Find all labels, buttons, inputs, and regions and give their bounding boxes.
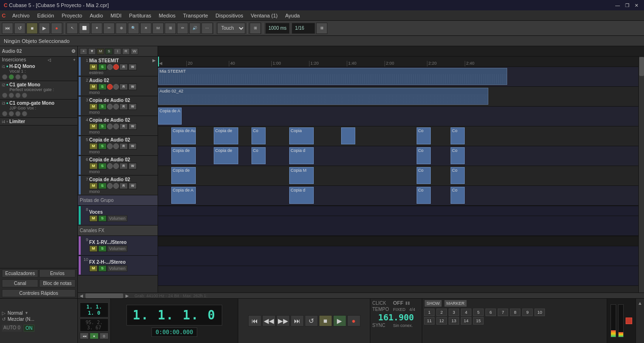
track-3-mon[interactable] xyxy=(107,104,113,109)
clip-7-4[interactable]: Copia d xyxy=(289,187,314,204)
toolbar-zoom-in[interactable]: 🔍 xyxy=(128,23,139,34)
track-8-mute[interactable]: M xyxy=(89,215,98,222)
clip-1-1[interactable]: Mia STEEMIT xyxy=(158,68,507,85)
clip-4-5[interactable] xyxy=(341,127,355,144)
clip-7-7[interactable]: Co xyxy=(451,187,465,204)
transport-record[interactable]: ● xyxy=(347,315,360,326)
plugin-3-p4[interactable] xyxy=(22,111,27,117)
track-1-mute[interactable]: M xyxy=(89,64,98,70)
marker-10[interactable]: 10 xyxy=(535,309,545,316)
close-button[interactable]: ✕ xyxy=(633,1,640,9)
track-s-btn[interactable]: S xyxy=(105,48,113,55)
touch-mode-select[interactable]: Touch xyxy=(217,23,245,34)
track-10-solo[interactable]: S xyxy=(98,265,107,272)
marker-9[interactable]: 9 xyxy=(522,309,533,316)
track-1-r[interactable]: R xyxy=(119,64,128,70)
bottom-dropdown-icon[interactable]: ▼ xyxy=(25,311,28,315)
channel-options-icon[interactable]: ⚙ xyxy=(71,49,75,54)
toolbar-draw[interactable]: ✏ xyxy=(177,23,188,34)
track-1-w[interactable]: W xyxy=(128,64,137,70)
track-10-mute[interactable]: M xyxy=(89,265,98,272)
toolbar-glue[interactable]: ⊕ xyxy=(116,23,127,34)
loop-to-start[interactable]: ◂◂ xyxy=(80,333,89,339)
bottom-mezclar-label[interactable]: Mezclar (N... xyxy=(8,317,34,322)
toolbar-zoom-out[interactable]: ✕ xyxy=(140,23,151,34)
track-2-w[interactable]: W xyxy=(128,84,137,90)
track-5-mute[interactable]: M xyxy=(89,143,98,150)
plugin-1-edit[interactable] xyxy=(8,74,14,80)
marker-8[interactable]: 8 xyxy=(510,309,520,316)
track-9-solo[interactable]: S xyxy=(98,245,107,252)
toolbar-color[interactable]: ⋯ xyxy=(201,23,213,34)
track-6-rec[interactable] xyxy=(113,163,119,169)
marker-7[interactable]: 7 xyxy=(498,309,508,316)
track-6-mon[interactable] xyxy=(107,163,113,169)
clip-3-1[interactable]: Copia de A xyxy=(158,108,182,125)
plugin-1-record[interactable] xyxy=(15,74,21,80)
track-4-mon[interactable] xyxy=(107,124,113,129)
track-2-mute[interactable]: M xyxy=(89,84,98,90)
track-r-btn[interactable]: R xyxy=(122,48,130,55)
ecualizadores-btn[interactable]: Ecualizadores xyxy=(2,269,38,277)
toolbar-time[interactable]: ⊞ xyxy=(165,23,176,34)
h-scroll-right[interactable]: ▶ xyxy=(124,293,131,298)
menu-item-transporte[interactable]: Transporte xyxy=(179,12,212,19)
transport-cycle[interactable]: ↺ xyxy=(305,315,318,326)
marker-14[interactable]: 14 xyxy=(461,317,471,325)
click-off-label[interactable]: OFF xyxy=(393,300,403,306)
clip-7-1[interactable]: Copia de A xyxy=(171,187,196,204)
plugin-3-active[interactable]: ● xyxy=(6,101,8,105)
marker-15[interactable]: 15 xyxy=(473,317,484,325)
menu-item-ventana-(1)[interactable]: Ventana (1) xyxy=(247,12,282,19)
track-4-solo[interactable]: S xyxy=(98,123,107,130)
track-5-mon[interactable] xyxy=(107,143,113,149)
plugin-3-p1[interactable] xyxy=(2,111,8,117)
track-7-w[interactable]: W xyxy=(128,183,137,189)
clip-2-1[interactable]: Audio 02_42 xyxy=(158,88,488,105)
track-4-w[interactable]: W xyxy=(128,123,137,130)
track-6-r[interactable]: R xyxy=(119,163,128,169)
clip-4-7[interactable]: Co xyxy=(451,127,465,144)
clip-7-6[interactable]: Co xyxy=(417,187,431,204)
transport-to-end[interactable]: ⏭ xyxy=(291,315,304,326)
plugin-2-active[interactable]: ● xyxy=(6,83,8,87)
clip-6-6[interactable]: Co xyxy=(417,167,431,184)
track-1-solo[interactable]: S xyxy=(98,64,107,70)
marker-4[interactable]: 4 xyxy=(461,309,471,316)
clip-6-1[interactable]: Copia de xyxy=(171,167,196,184)
bloc-notas-btn[interactable]: Bloc de notas xyxy=(39,279,75,287)
plugin-3-name[interactable]: C1 comp-gate Mono xyxy=(9,100,55,106)
clip-6-4[interactable]: Copia M xyxy=(289,167,314,184)
h-scroll-left[interactable]: ◀ xyxy=(78,293,85,298)
toolbar-erase[interactable]: ✦ xyxy=(91,23,102,34)
transport-stop[interactable]: ■ xyxy=(319,315,332,326)
minimize-button[interactable]: — xyxy=(614,1,621,9)
toolbar-cut[interactable]: ✂ xyxy=(103,23,115,34)
menu-item-proyecto[interactable]: Proyecto xyxy=(58,12,86,19)
envios-btn[interactable]: Envíos xyxy=(39,269,75,277)
h-scroll-thumb[interactable] xyxy=(85,293,123,298)
inserts-add[interactable]: + xyxy=(73,58,75,62)
clip-4-1[interactable]: Copia de Au xyxy=(171,127,196,144)
track-3-solo[interactable]: S xyxy=(98,103,107,110)
toolbar-select[interactable]: ↖ xyxy=(67,23,78,34)
track-3-r[interactable]: R xyxy=(119,103,128,110)
clip-5-6[interactable]: Co xyxy=(417,147,431,164)
plugin-1-active[interactable]: ● xyxy=(6,64,8,68)
marker-btn[interactable]: MARKER xyxy=(444,300,467,307)
marker-6[interactable]: 6 xyxy=(485,309,496,316)
menu-item-dispositivos[interactable]: Dispositivos xyxy=(212,12,247,19)
track-7-mute[interactable]: M xyxy=(89,183,98,189)
plugin-4-active[interactable]: ● xyxy=(6,119,8,124)
controles-rapidos-btn[interactable]: Controles Rápidos xyxy=(2,289,75,297)
track-3-w[interactable]: W xyxy=(128,103,137,110)
track-1-rec[interactable] xyxy=(113,64,119,70)
marker-2[interactable]: 2 xyxy=(436,309,447,316)
menu-item-midi[interactable]: MIDI xyxy=(107,12,125,19)
loop-indicator[interactable]: ● xyxy=(90,333,99,339)
plugin-1-power[interactable] xyxy=(2,74,8,80)
track-2-r[interactable]: R xyxy=(119,84,128,90)
track-4-r[interactable]: R xyxy=(119,123,128,130)
menu-item-audio[interactable]: Audio xyxy=(86,12,107,19)
transport-play[interactable]: ▶ xyxy=(333,315,346,326)
